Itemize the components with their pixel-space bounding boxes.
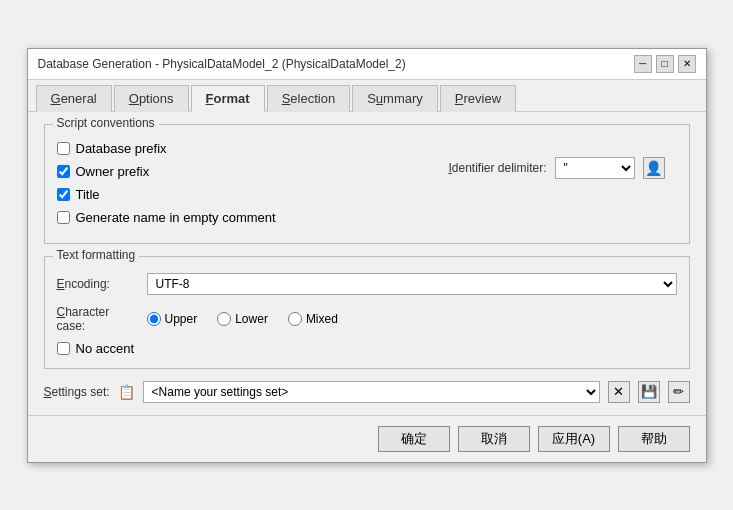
radio-upper-text: Upper xyxy=(165,312,198,326)
database-prefix-checkbox[interactable] xyxy=(57,142,70,155)
save-icon: 💾 xyxy=(641,384,657,399)
encoding-label: Encoding: xyxy=(57,277,137,291)
no-accent-checkbox[interactable] xyxy=(57,342,70,355)
title-bar: Database Generation - PhysicalDataModel_… xyxy=(28,49,706,80)
encoding-select[interactable]: UTF-8 UTF-16 ISO-8859-1 ASCII xyxy=(147,273,677,295)
settings-row: Settings set: 📋 <Name your settings set>… xyxy=(44,381,690,403)
settings-delete-button[interactable]: ✕ xyxy=(608,381,630,403)
tab-selection-label: Selection xyxy=(282,91,335,106)
title-checkbox[interactable] xyxy=(57,188,70,201)
no-accent-label: No accent xyxy=(76,341,135,356)
no-accent-row: No accent xyxy=(57,341,677,356)
text-formatting-group: Text formatting Encoding: UTF-8 UTF-16 I… xyxy=(44,256,690,369)
tab-bar: General Options Format Selection Summary… xyxy=(28,80,706,112)
encoding-row: Encoding: UTF-8 UTF-16 ISO-8859-1 ASCII xyxy=(57,273,677,295)
title-row: Title xyxy=(57,187,677,202)
settings-row-wrapper: Settings set: 📋 <Name your settings set>… xyxy=(44,381,690,403)
tab-summary-label: Summary xyxy=(367,91,423,106)
identifier-delimiter-label: Identifier delimiter: xyxy=(448,161,546,175)
script-conventions-title: Script conventions xyxy=(53,116,159,130)
generate-name-label: Generate name in empty comment xyxy=(76,210,276,225)
owner-prefix-label: Owner prefix xyxy=(76,164,150,179)
radio-lower-label: Lower xyxy=(217,312,268,326)
identifier-delimiter-row: Identifier delimiter: " ' ` none 👤 xyxy=(448,157,664,179)
tab-summary[interactable]: Summary xyxy=(352,85,438,112)
database-prefix-label: Database prefix xyxy=(76,141,167,156)
minimize-button[interactable]: ─ xyxy=(634,55,652,73)
tab-preview-label: Preview xyxy=(455,91,501,106)
settings-label: Settings set: xyxy=(44,385,110,399)
help-button[interactable]: 帮助 xyxy=(618,426,690,452)
radio-mixed-label: Mixed xyxy=(288,312,338,326)
settings-icon: 📋 xyxy=(118,384,135,400)
tab-preview[interactable]: Preview xyxy=(440,85,516,112)
database-prefix-row: Database prefix xyxy=(57,141,677,156)
main-window: Database Generation - PhysicalDataModel_… xyxy=(27,48,707,463)
window-controls: ─ □ ✕ xyxy=(634,55,696,73)
tab-general[interactable]: General xyxy=(36,85,112,112)
radio-mixed[interactable] xyxy=(288,312,302,326)
character-case-radio-group: Upper Lower Mixed xyxy=(147,312,338,326)
settings-save-button[interactable]: 💾 xyxy=(638,381,660,403)
tab-format[interactable]: Format xyxy=(191,85,265,112)
cancel-button[interactable]: 取消 xyxy=(458,426,530,452)
window-title: Database Generation - PhysicalDataModel_… xyxy=(38,57,406,71)
character-case-row: Character case: Upper Lower Mixed xyxy=(57,305,677,333)
confirm-button[interactable]: 确定 xyxy=(378,426,450,452)
rename-icon: ✏ xyxy=(673,384,684,399)
script-conventions-group: Script conventions Identifier delimiter:… xyxy=(44,124,690,244)
title-label: Title xyxy=(76,187,100,202)
text-formatting-title: Text formatting xyxy=(53,248,140,262)
generate-name-row: Generate name in empty comment xyxy=(57,210,677,225)
tab-selection[interactable]: Selection xyxy=(267,85,350,112)
character-case-label: Character case: xyxy=(57,305,137,333)
tab-options-label: Options xyxy=(129,91,174,106)
close-button[interactable]: ✕ xyxy=(678,55,696,73)
script-conventions-content: Identifier delimiter: " ' ` none 👤 xyxy=(57,141,677,231)
identifier-delimiter-select[interactable]: " ' ` none xyxy=(555,157,635,179)
tab-options[interactable]: Options xyxy=(114,85,189,112)
person-icon: 👤 xyxy=(645,160,662,176)
tab-general-label: General xyxy=(51,91,97,106)
footer: 确定 取消 应用(A) 帮助 xyxy=(28,415,706,462)
radio-mixed-text: Mixed xyxy=(306,312,338,326)
radio-lower[interactable] xyxy=(217,312,231,326)
owner-prefix-checkbox[interactable] xyxy=(57,165,70,178)
settings-rename-button[interactable]: ✏ xyxy=(668,381,690,403)
maximize-button[interactable]: □ xyxy=(656,55,674,73)
delete-icon: ✕ xyxy=(613,384,624,399)
settings-select[interactable]: <Name your settings set> xyxy=(143,381,600,403)
apply-button[interactable]: 应用(A) xyxy=(538,426,610,452)
generate-name-checkbox[interactable] xyxy=(57,211,70,224)
tab-format-label: Format xyxy=(206,91,250,106)
identifier-icon-button[interactable]: 👤 xyxy=(643,157,665,179)
tab-content: Script conventions Identifier delimiter:… xyxy=(28,112,706,415)
radio-lower-text: Lower xyxy=(235,312,268,326)
radio-upper[interactable] xyxy=(147,312,161,326)
radio-upper-label: Upper xyxy=(147,312,198,326)
